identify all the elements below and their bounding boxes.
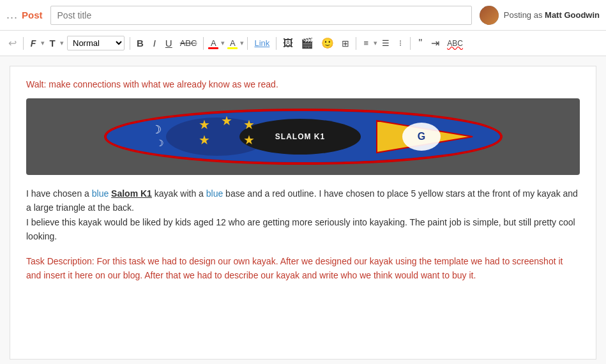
- user-area: Posting as Matt Goodwin: [480, 6, 600, 25]
- italic-button[interactable]: I: [148, 36, 161, 50]
- avatar: [480, 6, 499, 25]
- color-arrow: ▾: [221, 39, 225, 47]
- svg-text:★: ★: [243, 133, 255, 147]
- font-color-button[interactable]: A: [207, 36, 220, 50]
- kayak-svg: SLALOM K1 ★ ★ ★ ★ ★ G ☽ ☽: [102, 105, 504, 169]
- font-size-button[interactable]: T: [46, 36, 59, 50]
- indent-button[interactable]: ⇥: [428, 35, 443, 51]
- separator-2: [130, 37, 130, 50]
- posting-text: Posting as Matt Goodwin: [504, 10, 600, 20]
- highlight-button[interactable]: A: [226, 36, 239, 50]
- highlight-arrow: ▾: [240, 39, 244, 47]
- kayak-image: SLALOM K1 ★ ★ ★ ★ ★ G ☽ ☽: [26, 98, 580, 175]
- separator-4: [247, 37, 248, 50]
- svg-text:SLALOM K1: SLALOM K1: [275, 132, 324, 141]
- font-family-button[interactable]: F: [27, 36, 40, 50]
- svg-text:☽: ☽: [155, 138, 163, 148]
- blue-text-1: blue: [92, 188, 109, 199]
- emoji-button[interactable]: 🙂: [318, 35, 337, 51]
- bullet-list-button[interactable]: ⁝: [394, 36, 407, 50]
- separator-6: [356, 37, 356, 50]
- font-color-indicator: [208, 47, 218, 49]
- top-bar: ... Post Posting as Matt Goodwin: [0, 0, 606, 31]
- editor-box[interactable]: Walt: make connections with what we alre…: [10, 66, 596, 360]
- separator-7: [410, 37, 411, 50]
- underline-button[interactable]: U: [162, 36, 176, 50]
- post-label: Post: [22, 10, 43, 20]
- strikethrough-button[interactable]: ABC: [177, 36, 201, 50]
- highlight-indicator: [227, 47, 238, 49]
- username: Matt Goodwin: [545, 10, 600, 20]
- svg-text:G: G: [417, 131, 425, 142]
- bold-button[interactable]: B: [133, 36, 147, 50]
- intro-text: Walt: make connections with what we alre…: [26, 79, 580, 89]
- video-button[interactable]: 🎬: [298, 35, 317, 51]
- spellcheck-button[interactable]: ABC: [444, 37, 466, 50]
- task-description: Task Description: For this task we had t…: [26, 254, 580, 283]
- avatar-image: [480, 6, 499, 25]
- body-text: I have chosen a blue Salom K1 kayak with…: [26, 186, 580, 244]
- font-arrow: ▾: [41, 39, 45, 47]
- blue-text-2: blue: [206, 188, 223, 199]
- svg-text:★: ★: [221, 114, 232, 128]
- undo-button[interactable]: ↩: [5, 35, 20, 51]
- separator-3: [203, 37, 204, 50]
- quote-button[interactable]: ": [414, 36, 427, 51]
- align-button[interactable]: ≡: [360, 36, 372, 50]
- separator-1: [23, 37, 24, 50]
- size-arrow: ▾: [60, 39, 64, 47]
- style-select[interactable]: Normal Heading 1 Heading 2 Heading 3: [67, 36, 125, 50]
- svg-text:☽: ☽: [151, 123, 162, 136]
- link-button[interactable]: Link: [251, 36, 273, 50]
- kayak-name: Salom K1: [111, 188, 152, 199]
- align-arrow: ▾: [374, 39, 377, 47]
- editor-container: Walt: make connections with what we alre…: [0, 56, 606, 364]
- svg-text:★: ★: [199, 133, 210, 147]
- svg-text:★: ★: [199, 118, 210, 132]
- toolbar: ↩ F ▾ T ▾ Normal Heading 1 Heading 2 Hea…: [0, 31, 606, 56]
- nav-dots: ...: [6, 8, 18, 22]
- svg-text:★: ★: [243, 118, 255, 132]
- special-char-button[interactable]: ⊞: [338, 36, 352, 50]
- image-button[interactable]: 🖼: [280, 36, 296, 51]
- numbered-list-button[interactable]: ☰: [379, 36, 393, 50]
- post-title-input[interactable]: [50, 6, 472, 25]
- separator-5: [276, 37, 276, 50]
